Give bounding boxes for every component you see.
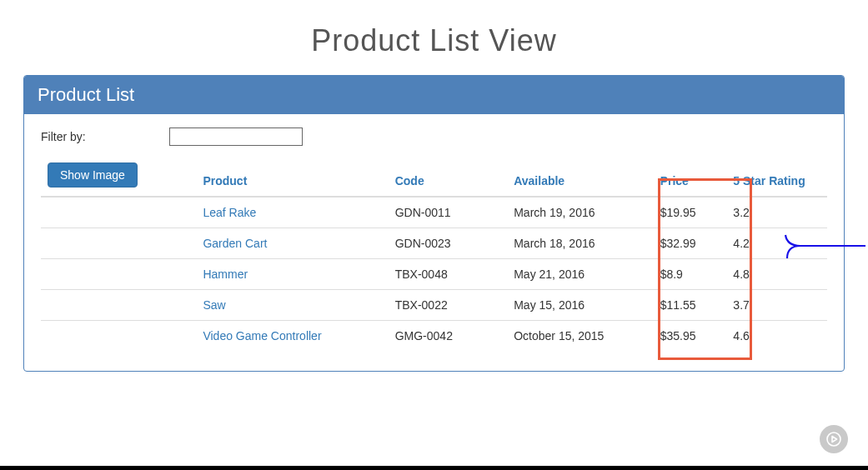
cell-image [41, 321, 196, 352]
header-code[interactable]: Code [389, 154, 508, 197]
table-row: Leaf RakeGDN-0011March 19, 2016$19.953.2 [41, 197, 827, 228]
cell-rating: 3.7 [726, 290, 827, 321]
cell-code: GDN-0023 [389, 228, 508, 259]
page-title: Product List View [0, 23, 868, 58]
bottom-bar [0, 466, 868, 470]
show-image-header: Show Image [41, 154, 196, 197]
cell-code: GDN-0011 [389, 197, 508, 228]
cell-image [41, 259, 196, 290]
cell-available: March 19, 2016 [507, 197, 653, 228]
product-link[interactable]: Leaf Rake [203, 206, 256, 219]
panel-body: Filter by: Show Image Product Code Avail… [24, 114, 844, 371]
panel-heading: Product List [24, 76, 844, 114]
svg-point-0 [827, 432, 840, 446]
cell-code: TBX-0048 [389, 259, 508, 290]
cell-price: $19.95 [654, 197, 727, 228]
cell-available: May 15, 2016 [507, 290, 653, 321]
header-product[interactable]: Product [196, 154, 388, 197]
product-link[interactable]: Video Game Controller [203, 329, 321, 342]
product-list-panel: Product List Filter by: Show Image Produ… [23, 75, 845, 372]
filter-label: Filter by: [41, 130, 169, 143]
cell-rating: 4.8 [726, 259, 827, 290]
cell-available: March 18, 2016 [507, 228, 653, 259]
table-row: SawTBX-0022May 15, 2016$11.553.7 [41, 290, 827, 321]
filter-input[interactable] [169, 128, 303, 146]
cell-rating: 4.2 [726, 228, 827, 259]
play-icon [826, 432, 841, 447]
table-row: HammerTBX-0048May 21, 2016$8.94.8 [41, 259, 827, 290]
cell-image [41, 197, 196, 228]
table-row: Video Game ControllerGMG-0042October 15,… [41, 321, 827, 352]
play-button[interactable] [820, 425, 848, 453]
show-image-button[interactable]: Show Image [48, 162, 138, 188]
product-table: Show Image Product Code Available Price … [41, 154, 827, 351]
header-price[interactable]: Price [654, 154, 727, 197]
cell-rating: 4.6 [726, 321, 827, 352]
filter-row: Filter by: [41, 128, 827, 146]
product-link[interactable]: Hammer [203, 268, 248, 281]
cell-price: $11.55 [654, 290, 727, 321]
cell-price: $35.95 [654, 321, 727, 352]
table-header-row: Show Image Product Code Available Price … [41, 154, 827, 197]
cell-image [41, 228, 196, 259]
header-rating[interactable]: 5 Star Rating [726, 154, 827, 197]
table-row: Garden CartGDN-0023March 18, 2016$32.994… [41, 228, 827, 259]
cell-price: $32.99 [654, 228, 727, 259]
cell-available: May 21, 2016 [507, 259, 653, 290]
cell-code: GMG-0042 [389, 321, 508, 352]
cell-price: $8.9 [654, 259, 727, 290]
cell-rating: 3.2 [726, 197, 827, 228]
cell-code: TBX-0022 [389, 290, 508, 321]
cell-image [41, 290, 196, 321]
product-link[interactable]: Saw [203, 298, 225, 312]
header-available[interactable]: Available [507, 154, 653, 197]
product-link[interactable]: Garden Cart [203, 237, 267, 250]
cell-available: October 15, 2015 [507, 321, 653, 352]
